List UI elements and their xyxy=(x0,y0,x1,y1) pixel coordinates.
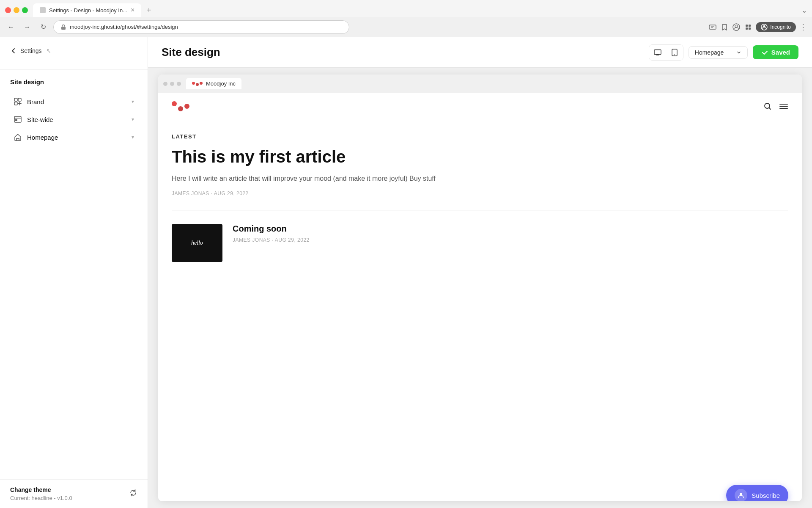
change-theme-row: Change theme Current: headline - v1.0.0 xyxy=(10,486,137,501)
main-content: Site design xyxy=(148,37,812,508)
svg-rect-13 xyxy=(14,102,17,105)
sidebar-item-brand[interactable]: Brand ▾ xyxy=(3,93,144,110)
browser-menu-button[interactable]: ⋮ xyxy=(799,22,807,32)
article-card-content: Coming soon JAMES JONAS · AUG 29, 2022 xyxy=(233,224,788,243)
article-card-title: Coming soon xyxy=(233,224,788,234)
lock-icon xyxy=(60,24,66,30)
saved-button[interactable]: Saved xyxy=(753,45,798,59)
traffic-light-green[interactable] xyxy=(22,7,28,13)
hamburger-line-3 xyxy=(779,108,788,109)
browser-tab[interactable]: Settings - Design - Moodjoy In... × xyxy=(33,3,141,17)
subscribe-label: Subscribe xyxy=(752,492,780,499)
svg-rect-5 xyxy=(746,25,748,27)
logo-circle-bottom-right xyxy=(184,104,189,109)
svg-point-4 xyxy=(735,25,738,28)
preview-menu-icon xyxy=(779,102,788,111)
page-title: Site design xyxy=(162,46,220,59)
sidebar-header: Settings ↖ xyxy=(0,37,148,70)
article-card-author: JAMES JONAS xyxy=(233,237,270,243)
tab-title: Settings - Design - Moodjoy In... xyxy=(49,7,127,14)
preview-tab-bar: Moodjoy Inc xyxy=(158,75,802,93)
subscribe-person-icon xyxy=(738,492,744,499)
featured-article-meta: JAMES JONAS · AUG 29, 2022 xyxy=(172,190,788,196)
sidebar: Settings ↖ Site design Brand xyxy=(0,37,148,508)
preview-dot-2 xyxy=(170,82,174,86)
traffic-light-yellow[interactable] xyxy=(14,7,19,13)
svg-rect-8 xyxy=(749,28,751,30)
featured-article-author: JAMES JONAS xyxy=(172,190,209,196)
sidebar-navigation: Brand ▾ Site-wide ▾ xyxy=(0,89,148,479)
preview-browser-tab: Moodjoy Inc xyxy=(186,78,241,89)
subscribe-fab[interactable]: Subscribe xyxy=(726,485,788,501)
logo-circles xyxy=(172,101,189,111)
back-to-settings-link[interactable]: Settings ↖ xyxy=(10,47,137,54)
site-logo xyxy=(172,101,189,111)
article-card-date: AUG 29, 2022 xyxy=(275,237,310,243)
logo-circle-top xyxy=(172,101,177,106)
browser-chrome: Settings - Design - Moodjoy In... × + ⌄ … xyxy=(0,0,812,37)
featured-article-date: AUG 29, 2022 xyxy=(214,190,249,196)
incognito-label: Incognito xyxy=(770,24,791,30)
extension-icon-1[interactable] xyxy=(708,23,717,31)
mobile-viewport-button[interactable] xyxy=(666,45,683,60)
saved-label: Saved xyxy=(771,49,790,56)
preview-dropdown[interactable]: Homepage xyxy=(689,46,748,59)
incognito-button[interactable]: Incognito xyxy=(756,22,796,32)
extensions-icon[interactable] xyxy=(744,23,752,31)
svg-rect-1 xyxy=(61,27,66,30)
preview-main-content: LATEST This is my first article Here I w… xyxy=(158,120,802,196)
latest-label: LATEST xyxy=(172,133,788,140)
reload-button[interactable]: ↻ xyxy=(37,21,49,33)
bookmark-icon[interactable] xyxy=(720,23,729,31)
traffic-light-red[interactable] xyxy=(5,7,11,13)
svg-point-18 xyxy=(674,54,675,55)
hamburger-line-1 xyxy=(779,104,788,105)
sidebar-item-homepage[interactable]: Homepage ▾ xyxy=(3,129,144,146)
preview-chevron-icon xyxy=(736,50,741,55)
header-controls: Homepage Saved xyxy=(649,44,798,61)
sidebar-footer: Change theme Current: headline - v1.0.0 xyxy=(0,479,148,508)
preview-selector-label: Homepage xyxy=(695,49,724,56)
article-card-thumbnail: hello xyxy=(172,224,222,262)
svg-rect-12 xyxy=(18,98,21,101)
preview-dot-1 xyxy=(163,82,167,86)
preview-site-content: LATEST This is my first article Here I w… xyxy=(158,93,802,501)
logo-circle-bottom-left xyxy=(178,106,183,111)
svg-rect-2 xyxy=(709,25,716,29)
tab-menu-button[interactable]: ⌄ xyxy=(801,6,807,14)
svg-rect-0 xyxy=(40,7,46,13)
preview-window-controls xyxy=(163,82,181,86)
preview-tab-favicon xyxy=(192,82,203,86)
svg-rect-6 xyxy=(749,25,751,27)
refresh-theme-button[interactable] xyxy=(129,489,137,499)
tab-close-button[interactable]: × xyxy=(131,6,134,14)
app-layout: Settings ↖ Site design Brand xyxy=(0,37,812,508)
profile-icon[interactable] xyxy=(732,23,741,31)
back-button[interactable]: ← xyxy=(5,21,17,33)
new-tab-button[interactable]: + xyxy=(143,4,155,16)
preview-navbar xyxy=(158,93,802,120)
desktop-viewport-button[interactable] xyxy=(649,45,666,60)
viewport-selector xyxy=(649,44,683,61)
address-bar[interactable]: moodjoy-inc.ghost.io/ghost/#/settings/de… xyxy=(53,20,349,34)
brand-chevron-icon: ▾ xyxy=(132,99,134,105)
change-theme-label: Change theme xyxy=(10,486,72,493)
homepage-chevron-icon: ▾ xyxy=(132,134,134,140)
featured-article-excerpt: Here I will write an article that will i… xyxy=(172,174,788,184)
homepage-label: Homepage xyxy=(27,134,58,141)
brand-label: Brand xyxy=(27,98,44,105)
tab-favicon xyxy=(40,7,46,13)
back-label: Settings xyxy=(20,47,42,54)
preview-tab-label: Moodjoy Inc xyxy=(206,80,236,87)
subscribe-fab-icon xyxy=(735,489,747,501)
thumbnail-text: hello xyxy=(191,240,203,246)
preview-nav-icons xyxy=(763,102,788,111)
forward-button[interactable]: → xyxy=(21,21,33,33)
featured-article-title: This is my first article xyxy=(172,146,788,167)
sitewide-label: Site-wide xyxy=(27,116,53,123)
svg-rect-16 xyxy=(654,50,661,54)
site-preview: Moodjoy Inc xyxy=(158,75,802,501)
preview-dot-3 xyxy=(177,82,181,86)
svg-point-20 xyxy=(740,493,742,495)
sidebar-item-sitewide[interactable]: Site-wide ▾ xyxy=(3,111,144,128)
